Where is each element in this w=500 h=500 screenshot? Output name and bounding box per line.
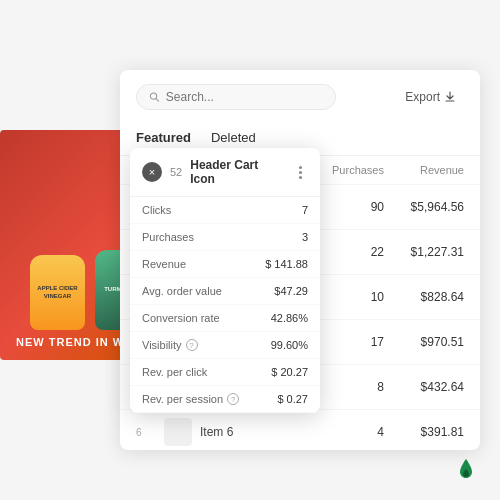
popup-row-value: $ 20.27 bbox=[271, 366, 308, 378]
popup-metric-row: Rev. per click $ 20.27 bbox=[130, 359, 320, 386]
bottom-logo bbox=[452, 455, 480, 486]
info-icon[interactable]: ? bbox=[227, 393, 239, 405]
col-header-revenue: Revenue bbox=[384, 164, 464, 176]
row-icon bbox=[164, 418, 192, 446]
row-purchases: 4 bbox=[304, 425, 384, 439]
popup-metric-row: Revenue $ 141.88 bbox=[130, 251, 320, 278]
popup-metric-row: Avg. order value $47.29 bbox=[130, 278, 320, 305]
row-name: 6 Item 6 bbox=[136, 418, 304, 446]
info-icon[interactable]: ? bbox=[186, 339, 198, 351]
popup-metric-row: Conversion rate 42.86% bbox=[130, 305, 320, 332]
header-top-row: Export bbox=[136, 84, 464, 110]
bottle-1: APPLE CIDERVINEGAR bbox=[30, 255, 85, 330]
popup-row-label: Rev. per click bbox=[142, 366, 207, 378]
search-icon bbox=[149, 91, 160, 103]
popup-card: × 52 Header Cart Icon Clicks 7 Purchases… bbox=[130, 148, 320, 413]
menu-dot-1 bbox=[299, 166, 302, 169]
popup-row-label: Clicks bbox=[142, 204, 171, 216]
popup-badge: 52 bbox=[170, 166, 182, 178]
search-input[interactable] bbox=[166, 90, 323, 104]
svg-line-1 bbox=[156, 99, 158, 101]
popup-title: Header Cart Icon bbox=[190, 158, 284, 186]
menu-dot-2 bbox=[299, 171, 302, 174]
row-revenue: $432.64 bbox=[384, 380, 464, 394]
row-revenue: $970.51 bbox=[384, 335, 464, 349]
popup-menu-button[interactable] bbox=[292, 164, 308, 180]
menu-dot-3 bbox=[299, 176, 302, 179]
popup-row-value: 3 bbox=[302, 231, 308, 243]
popup-metric-row: Clicks 7 bbox=[130, 197, 320, 224]
row-rank: 6 bbox=[136, 427, 156, 438]
popup-row-label: Rev. per session? bbox=[142, 393, 239, 405]
popup-row-label: Purchases bbox=[142, 231, 194, 243]
export-button[interactable]: Export bbox=[397, 86, 464, 108]
popup-row-label: Revenue bbox=[142, 258, 186, 270]
brand-logo-icon bbox=[452, 455, 480, 483]
popup-row-value: $ 141.88 bbox=[265, 258, 308, 270]
popup-row-value: 7 bbox=[302, 204, 308, 216]
search-box[interactable] bbox=[136, 84, 336, 110]
popup-close-button[interactable]: × bbox=[142, 162, 162, 182]
popup-row-label: Conversion rate bbox=[142, 312, 220, 324]
panel-header: Export Featured Deleted bbox=[120, 70, 480, 156]
popup-row-value: $47.29 bbox=[274, 285, 308, 297]
popup-header: × 52 Header Cart Icon bbox=[130, 148, 320, 197]
popup-rows: Clicks 7 Purchases 3 Revenue $ 141.88 Av… bbox=[130, 197, 320, 413]
row-revenue: $391.81 bbox=[384, 425, 464, 439]
row-revenue: $1,227.31 bbox=[384, 245, 464, 259]
row-revenue: $5,964.56 bbox=[384, 200, 464, 214]
row-revenue: $828.64 bbox=[384, 290, 464, 304]
popup-metric-row: Purchases 3 bbox=[130, 224, 320, 251]
table-row[interactable]: 6 Item 6 4 $391.81 bbox=[120, 409, 480, 450]
popup-row-label: Visibility? bbox=[142, 339, 198, 351]
popup-row-value: 99.60% bbox=[271, 339, 308, 351]
export-label: Export bbox=[405, 90, 440, 104]
popup-row-value: $ 0.27 bbox=[277, 393, 308, 405]
popup-metric-row: Rev. per session? $ 0.27 bbox=[130, 386, 320, 413]
popup-row-label: Avg. order value bbox=[142, 285, 222, 297]
export-icon bbox=[444, 91, 456, 103]
row-label: Item 6 bbox=[200, 425, 233, 439]
popup-row-value: 42.86% bbox=[271, 312, 308, 324]
popup-metric-row: Visibility? 99.60% bbox=[130, 332, 320, 359]
